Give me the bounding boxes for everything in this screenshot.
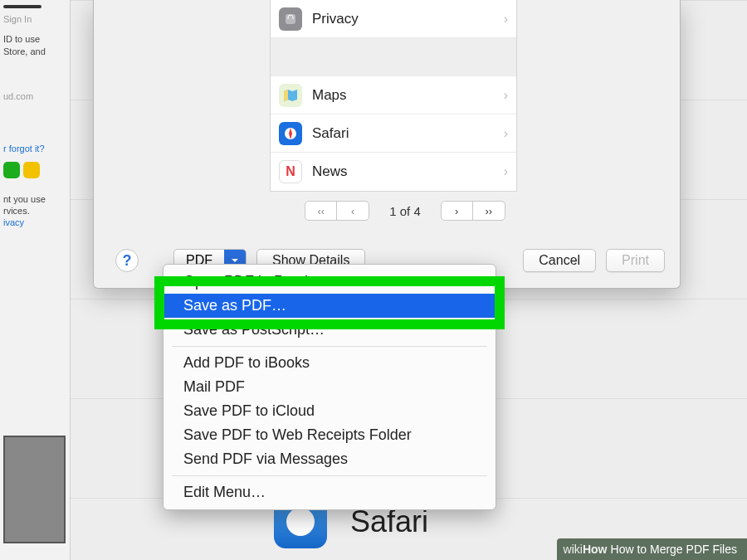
settings-label: Privacy xyxy=(312,11,494,27)
menu-item-open-preview[interactable]: Open PDF in Preview xyxy=(164,270,496,294)
settings-row-news[interactable]: N News › xyxy=(271,153,516,191)
pager-prev-group: ‹‹ ‹ xyxy=(305,201,369,221)
app-icon xyxy=(23,162,40,178)
privacy-icon xyxy=(279,7,302,31)
sign-in-label: Sign In xyxy=(3,13,66,25)
settings-row-maps[interactable]: Maps › xyxy=(271,76,516,114)
page-indicator: 1 of 4 xyxy=(381,204,429,218)
wikihow-caption: wikiHow How to Merge PDF Files xyxy=(557,538,747,560)
pager-next-group: › ›› xyxy=(441,201,505,221)
chevron-right-icon: › xyxy=(504,12,508,27)
print-dialog: Privacy › Maps › Safari › N News › ‹‹ ‹ xyxy=(93,0,681,289)
facetime-icon xyxy=(3,162,20,178)
caption-title: How to Merge PDF Files xyxy=(611,543,737,556)
bg-text: ud.com xyxy=(3,90,66,102)
settings-label: Maps xyxy=(312,87,494,104)
bg-text: Store, and xyxy=(3,46,66,57)
chevron-right-icon: › xyxy=(504,164,508,179)
pager-first-button[interactable]: ‹‹ xyxy=(305,202,337,220)
pager-next-button[interactable]: › xyxy=(442,202,473,220)
background-sidebar: Sign In ID to use Store, and ud.com r fo… xyxy=(0,0,71,560)
menu-item-edit-menu[interactable]: Edit Menu… xyxy=(164,480,496,504)
page-thumbnail xyxy=(3,436,66,543)
pager-prev-button[interactable]: ‹ xyxy=(337,202,369,220)
cancel-button[interactable]: Cancel xyxy=(523,249,596,272)
menu-item-save-to-icloud[interactable]: Save PDF to iCloud xyxy=(164,399,496,423)
privacy-link: ivacy xyxy=(3,217,66,227)
menu-item-save-to-web-receipts[interactable]: Save PDF to Web Receipts Folder xyxy=(164,423,496,447)
settings-label: Safari xyxy=(312,125,494,142)
bg-text: nt you use xyxy=(3,193,66,205)
print-button[interactable]: Print xyxy=(606,249,665,272)
bg-text: rvices. xyxy=(3,205,66,217)
chevron-right-icon: › xyxy=(504,88,508,103)
menu-separator xyxy=(172,475,487,476)
settings-label: News xyxy=(312,163,494,180)
news-icon: N xyxy=(279,160,302,183)
menu-item-add-to-ibooks[interactable]: Add PDF to iBooks xyxy=(164,351,496,375)
safari-icon xyxy=(279,122,302,145)
menu-item-save-as-pdf[interactable]: Save as PDF… xyxy=(164,294,496,318)
phone-statusbar-icon xyxy=(3,5,42,8)
svg-rect-0 xyxy=(286,14,295,24)
forgot-link: r forgot it? xyxy=(3,144,66,153)
pager-last-button[interactable]: ›› xyxy=(473,202,505,220)
brand-label: wikiHow xyxy=(564,543,608,556)
settings-row-safari[interactable]: Safari › xyxy=(271,114,516,153)
help-button[interactable]: ? xyxy=(115,249,139,272)
chevron-right-icon: › xyxy=(504,126,508,141)
settings-row-privacy[interactable]: Privacy › xyxy=(271,0,516,38)
menu-separator xyxy=(172,346,487,347)
bg-text: ID to use xyxy=(3,33,66,45)
print-preview-settings-list: Privacy › Maps › Safari › N News › xyxy=(270,0,517,192)
settings-row-blank xyxy=(271,38,516,76)
menu-item-save-as-postscript[interactable]: Save as PostScript… xyxy=(164,318,496,342)
menu-item-mail-pdf[interactable]: Mail PDF xyxy=(164,375,496,399)
menu-item-send-via-messages[interactable]: Send PDF via Messages xyxy=(164,447,496,471)
maps-icon xyxy=(279,84,302,107)
bg-icons xyxy=(3,162,66,178)
page-pager: ‹‹ ‹ 1 of 4 › ›› xyxy=(243,201,567,221)
pdf-dropdown-menu: Open PDF in Preview Save as PDF… Save as… xyxy=(163,264,496,510)
